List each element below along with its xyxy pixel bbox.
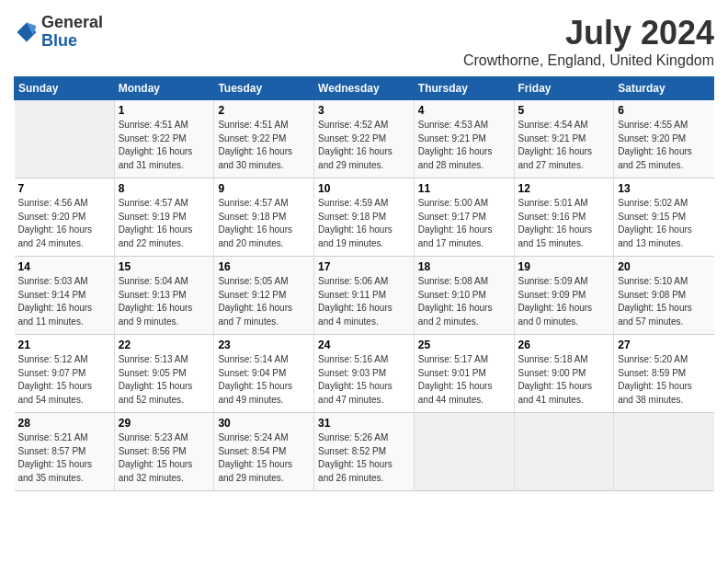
day-detail: Sunrise: 5:14 AMSunset: 9:04 PMDaylight:…: [218, 353, 310, 407]
title-block: July 2024 Crowthorne, England, United Ki…: [463, 14, 714, 69]
day-number: 22: [119, 339, 210, 351]
calendar-cell: 19Sunrise: 5:09 AMSunset: 9:09 PMDayligh…: [514, 257, 614, 335]
calendar-cell: 6Sunrise: 4:55 AMSunset: 9:20 PMDaylight…: [614, 100, 714, 178]
calendar-week-row: 7Sunrise: 4:56 AMSunset: 9:20 PMDaylight…: [15, 178, 714, 257]
month-year-title: July 2024: [463, 14, 714, 52]
day-detail: Sunrise: 4:57 AMSunset: 9:18 PMDaylight:…: [218, 197, 310, 250]
calendar-cell: 17Sunrise: 5:06 AMSunset: 9:11 PMDayligh…: [314, 257, 415, 335]
day-number: 30: [218, 417, 310, 430]
calendar-cell: 4Sunrise: 4:53 AMSunset: 9:21 PMDaylight…: [414, 100, 514, 178]
day-number: 7: [18, 182, 110, 195]
calendar-cell: 16Sunrise: 5:05 AMSunset: 9:12 PMDayligh…: [214, 257, 314, 335]
day-detail: Sunrise: 4:52 AMSunset: 9:22 PMDaylight:…: [318, 119, 410, 172]
day-detail: Sunrise: 4:51 AMSunset: 9:22 PMDaylight:…: [218, 119, 310, 172]
calendar-cell: [15, 100, 115, 178]
day-detail: Sunrise: 5:23 AMSunset: 8:56 PMDaylight:…: [119, 431, 210, 485]
calendar-cell: 2Sunrise: 4:51 AMSunset: 9:22 PMDaylight…: [214, 100, 314, 178]
day-number: 15: [119, 260, 210, 273]
day-detail: Sunrise: 5:24 AMSunset: 8:54 PMDaylight:…: [218, 431, 310, 485]
day-detail: Sunrise: 4:51 AMSunset: 9:22 PMDaylight:…: [119, 119, 210, 172]
col-thursday: Thursday: [414, 77, 514, 100]
day-number: 19: [518, 260, 610, 273]
col-tuesday: Tuesday: [214, 77, 314, 100]
day-number: 5: [518, 104, 610, 117]
calendar-week-row: 1Sunrise: 4:51 AMSunset: 9:22 PMDaylight…: [15, 100, 714, 178]
day-number: 31: [318, 417, 410, 430]
calendar-cell: 23Sunrise: 5:14 AMSunset: 9:04 PMDayligh…: [214, 335, 314, 413]
calendar-week-row: 14Sunrise: 5:03 AMSunset: 9:14 PMDayligh…: [15, 257, 714, 335]
day-number: 4: [418, 104, 510, 117]
calendar-cell: 14Sunrise: 5:03 AMSunset: 9:14 PMDayligh…: [15, 257, 115, 335]
day-number: 17: [318, 260, 410, 273]
day-detail: Sunrise: 4:53 AMSunset: 9:21 PMDaylight:…: [418, 119, 510, 172]
calendar-cell: 27Sunrise: 5:20 AMSunset: 8:59 PMDayligh…: [614, 335, 714, 413]
calendar-cell: 28Sunrise: 5:21 AMSunset: 8:57 PMDayligh…: [15, 413, 115, 491]
calendar-cell: 1Sunrise: 4:51 AMSunset: 9:22 PMDaylight…: [114, 100, 214, 178]
day-detail: Sunrise: 5:13 AMSunset: 9:05 PMDaylight:…: [119, 353, 210, 407]
calendar-cell: 3Sunrise: 4:52 AMSunset: 9:22 PMDaylight…: [314, 100, 415, 178]
logo-text: General Blue: [41, 14, 103, 51]
calendar-cell: [514, 413, 614, 491]
calendar-cell: 18Sunrise: 5:08 AMSunset: 9:10 PMDayligh…: [414, 257, 514, 335]
calendar-cell: 21Sunrise: 5:12 AMSunset: 9:07 PMDayligh…: [15, 335, 115, 413]
calendar-cell: [614, 413, 714, 491]
calendar-cell: 24Sunrise: 5:16 AMSunset: 9:03 PMDayligh…: [314, 335, 415, 413]
calendar-cell: 22Sunrise: 5:13 AMSunset: 9:05 PMDayligh…: [114, 335, 214, 413]
day-number: 16: [218, 260, 310, 273]
day-number: 2: [218, 104, 310, 117]
day-detail: Sunrise: 4:56 AMSunset: 9:20 PMDaylight:…: [18, 197, 110, 250]
day-number: 10: [318, 182, 410, 195]
day-detail: Sunrise: 5:08 AMSunset: 9:10 PMDaylight:…: [418, 275, 510, 328]
day-number: 26: [518, 339, 610, 351]
calendar-cell: 20Sunrise: 5:10 AMSunset: 9:08 PMDayligh…: [614, 257, 714, 335]
calendar-cell: 31Sunrise: 5:26 AMSunset: 8:52 PMDayligh…: [314, 413, 415, 491]
day-detail: Sunrise: 5:05 AMSunset: 9:12 PMDaylight:…: [218, 275, 310, 328]
day-detail: Sunrise: 4:55 AMSunset: 9:20 PMDaylight:…: [618, 119, 710, 172]
day-detail: Sunrise: 4:59 AMSunset: 9:18 PMDaylight:…: [318, 197, 410, 250]
day-number: 3: [318, 104, 410, 117]
col-friday: Friday: [514, 77, 614, 100]
col-wednesday: Wednesday: [314, 77, 415, 100]
calendar-cell: 5Sunrise: 4:54 AMSunset: 9:21 PMDaylight…: [514, 100, 614, 178]
calendar-week-row: 28Sunrise: 5:21 AMSunset: 8:57 PMDayligh…: [15, 413, 714, 491]
day-number: 23: [218, 339, 310, 351]
calendar-cell: 15Sunrise: 5:04 AMSunset: 9:13 PMDayligh…: [114, 257, 214, 335]
calendar-cell: [414, 413, 514, 491]
day-detail: Sunrise: 5:02 AMSunset: 9:15 PMDaylight:…: [618, 197, 710, 250]
day-number: 11: [418, 182, 510, 195]
day-detail: Sunrise: 4:54 AMSunset: 9:21 PMDaylight:…: [518, 119, 610, 172]
logo-icon: [14, 19, 40, 45]
day-number: 6: [618, 104, 710, 117]
calendar-header-row: Sunday Monday Tuesday Wednesday Thursday…: [15, 77, 714, 100]
day-detail: Sunrise: 5:04 AMSunset: 9:13 PMDaylight:…: [119, 275, 210, 328]
calendar-week-row: 21Sunrise: 5:12 AMSunset: 9:07 PMDayligh…: [15, 335, 714, 413]
calendar-cell: 29Sunrise: 5:23 AMSunset: 8:56 PMDayligh…: [114, 413, 214, 491]
col-monday: Monday: [114, 77, 214, 100]
calendar-cell: 8Sunrise: 4:57 AMSunset: 9:19 PMDaylight…: [114, 178, 214, 257]
day-number: 1: [119, 104, 210, 117]
day-detail: Sunrise: 5:20 AMSunset: 8:59 PMDaylight:…: [618, 353, 710, 407]
calendar-cell: 9Sunrise: 4:57 AMSunset: 9:18 PMDaylight…: [214, 178, 314, 257]
day-detail: Sunrise: 5:16 AMSunset: 9:03 PMDaylight:…: [318, 353, 410, 407]
day-number: 29: [119, 417, 210, 430]
day-number: 28: [18, 417, 110, 430]
day-detail: Sunrise: 5:21 AMSunset: 8:57 PMDaylight:…: [18, 431, 110, 485]
day-number: 14: [18, 260, 110, 273]
page-header: General Blue July 2024 Crowthorne, Engla…: [14, 14, 714, 69]
day-detail: Sunrise: 5:03 AMSunset: 9:14 PMDaylight:…: [18, 275, 110, 328]
day-number: 18: [418, 260, 510, 273]
day-detail: Sunrise: 5:26 AMSunset: 8:52 PMDaylight:…: [318, 431, 410, 485]
day-number: 8: [119, 182, 210, 195]
day-detail: Sunrise: 5:12 AMSunset: 9:07 PMDaylight:…: [18, 353, 110, 407]
day-detail: Sunrise: 5:06 AMSunset: 9:11 PMDaylight:…: [318, 275, 410, 328]
calendar-cell: 10Sunrise: 4:59 AMSunset: 9:18 PMDayligh…: [314, 178, 415, 257]
day-number: 27: [618, 339, 710, 351]
logo: General Blue: [14, 14, 103, 51]
day-number: 12: [518, 182, 610, 195]
day-number: 24: [318, 339, 410, 351]
day-number: 21: [18, 339, 110, 351]
day-number: 20: [618, 260, 710, 273]
calendar-table: Sunday Monday Tuesday Wednesday Thursday…: [14, 76, 714, 491]
location-subtitle: Crowthorne, England, United Kingdom: [463, 52, 714, 69]
calendar-cell: 11Sunrise: 5:00 AMSunset: 9:17 PMDayligh…: [414, 178, 514, 257]
